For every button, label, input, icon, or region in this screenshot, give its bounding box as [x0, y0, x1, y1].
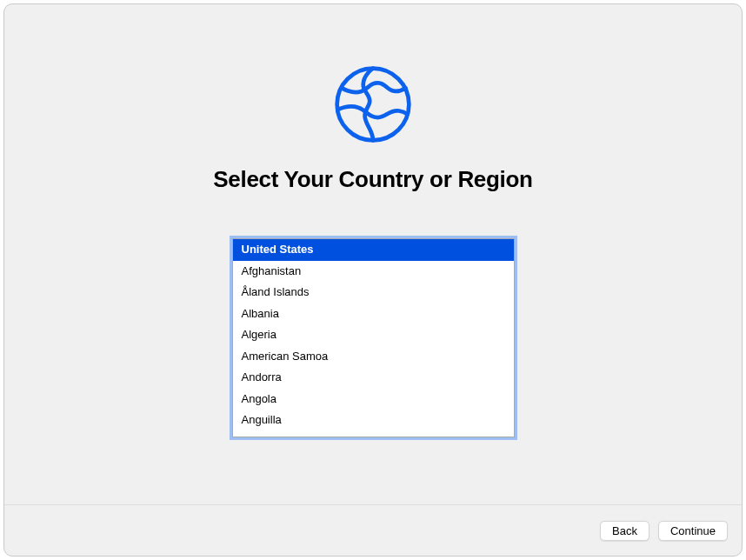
country-list-item[interactable]: Angola — [233, 389, 514, 410]
country-list-item[interactable]: Albania — [233, 303, 514, 325]
country-list-item[interactable]: Andorra — [233, 367, 514, 389]
svg-point-0 — [337, 69, 410, 141]
country-list-item[interactable]: United States — [233, 239, 514, 261]
globe-icon — [332, 63, 414, 145]
setup-window: Select Your Country or Region United Sta… — [3, 3, 743, 557]
country-list[interactable]: United StatesAfghanistanÅland IslandsAlb… — [232, 238, 515, 437]
content-area: Select Your Country or Region United Sta… — [4, 4, 742, 504]
continue-button[interactable]: Continue — [658, 521, 728, 541]
back-button[interactable]: Back — [600, 521, 649, 541]
country-list-item[interactable]: American Samoa — [233, 346, 514, 368]
footer-bar: Back Continue — [4, 504, 742, 556]
country-list-item[interactable]: Algeria — [233, 324, 514, 346]
country-list-item[interactable]: Antarctica — [233, 431, 514, 438]
country-list-item[interactable]: Åland Islands — [233, 282, 514, 303]
page-title: Select Your Country or Region — [213, 166, 532, 193]
country-list-item[interactable]: Anguilla — [233, 410, 514, 431]
country-list-item[interactable]: Afghanistan — [233, 261, 514, 283]
